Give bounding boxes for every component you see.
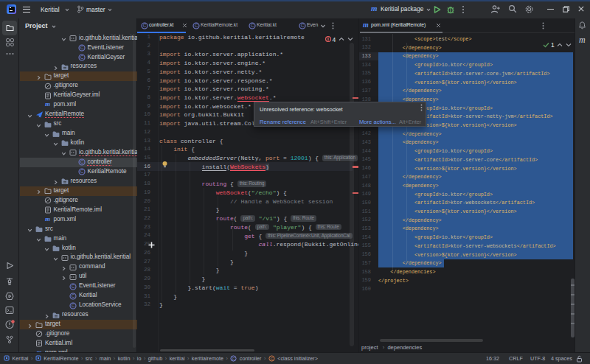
svg-text:C: C: [72, 303, 75, 308]
svg-text:C: C: [142, 23, 146, 28]
svg-text:C: C: [270, 356, 273, 360]
svg-text:C: C: [80, 45, 83, 50]
svg-text:C: C: [72, 293, 75, 298]
svg-text:C: C: [80, 55, 83, 60]
svg-text:C: C: [194, 23, 198, 28]
svg-text:C: C: [80, 169, 83, 175]
svg-text:C: C: [300, 23, 304, 28]
svg-text:C: C: [72, 284, 75, 289]
svg-text:C: C: [232, 356, 235, 360]
svg-text:C: C: [80, 160, 83, 165]
svg-text:C: C: [250, 23, 254, 28]
